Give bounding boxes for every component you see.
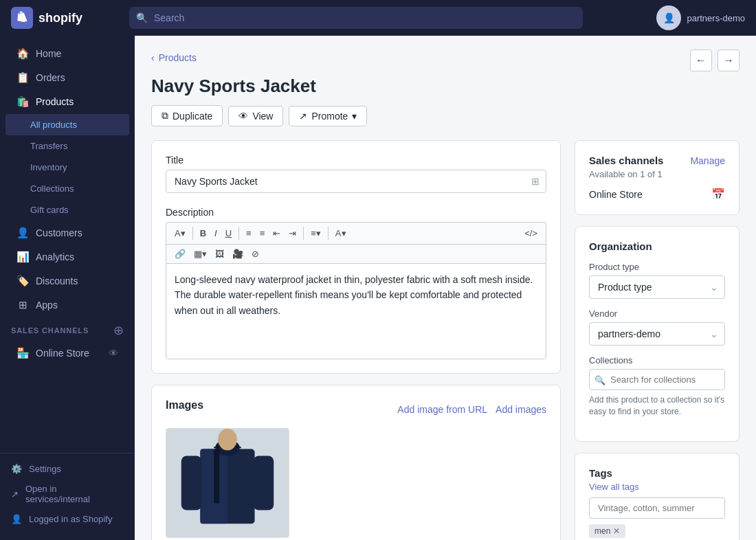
search-bar[interactable]: 🔍 [129, 7, 583, 29]
format-italic-button[interactable]: I [210, 225, 221, 241]
tags-input[interactable] [589, 497, 725, 519]
sidebar-item-home[interactable]: 🏠 Home [5, 42, 129, 65]
collections-hint: Add this product to a collection so it's… [589, 394, 725, 418]
description-toolbar: A▾ B I U ≡ ≡ ⇤ ⇥ ≡▾ A▾ [166, 222, 546, 244]
logo: shopify [11, 7, 121, 29]
prev-button[interactable]: ← [690, 49, 712, 71]
tags-title: Tags [589, 467, 725, 479]
open-internal-icon: ↗ [11, 489, 19, 499]
collections-field: Collections 🔍 Add this product to a coll… [589, 355, 725, 418]
duplicate-button[interactable]: ⧉ Duplicate [151, 105, 223, 126]
next-button[interactable]: → [718, 49, 740, 71]
format-bold-button[interactable]: B [196, 225, 210, 241]
insert-table-button[interactable]: ▦▾ [190, 246, 211, 262]
calendar-icon[interactable]: 📅 [711, 188, 725, 201]
add-image-url-button[interactable]: Add image from URL [397, 404, 487, 415]
nav-arrows: ← → [690, 49, 740, 71]
all-products-label: All products [30, 120, 77, 130]
topbar: shopify 🔍 👤 partners-demo [0, 0, 756, 36]
logged-in-icon: 👤 [11, 514, 22, 524]
format-ul-button[interactable]: ≡ [242, 225, 256, 241]
sidebar-sub-collections[interactable]: Collections [5, 178, 129, 199]
promote-label: Promote [311, 111, 348, 122]
view-all-tags-link[interactable]: View all tags [589, 482, 725, 492]
manage-button[interactable]: Manage [690, 155, 725, 166]
avatar[interactable]: 👤 [656, 5, 681, 30]
tag-chip-men: men ✕ [589, 524, 625, 538]
promote-button[interactable]: ↗ Promote ▾ [289, 106, 367, 126]
sidebar-item-online-store[interactable]: 🏪 Online Store 👁 [5, 341, 129, 365]
organization-card: Organization Product type Product type ⌄… [575, 226, 740, 442]
collections-search-input[interactable] [589, 369, 725, 390]
logged-in-label: Logged in as Shopify [29, 514, 112, 524]
svg-rect-4 [214, 449, 216, 504]
logo-text: shopify [38, 11, 82, 25]
add-images-button[interactable]: Add images [496, 404, 546, 415]
sidebar-item-customers[interactable]: 👤 Customers [5, 221, 129, 245]
format-ol-button[interactable]: ≡ [256, 225, 269, 241]
sales-channels-add-icon[interactable]: ⊕ [113, 323, 124, 338]
images-title: Images [166, 399, 203, 412]
eye-icon[interactable]: 👁 [109, 348, 118, 359]
insert-link-button[interactable]: 🔗 [170, 246, 190, 262]
duplicate-label: Duplicate [173, 111, 212, 122]
breadcrumb[interactable]: ‹ Products [151, 52, 197, 63]
title-description-card: Title ⊞ Description A▾ B I U ≡ [151, 140, 561, 374]
sidebar-settings[interactable]: ⚙️ Settings [0, 459, 135, 479]
search-input[interactable] [129, 7, 583, 29]
description-content[interactable]: Long-sleeved navy waterproof jacket in t… [166, 263, 546, 359]
breadcrumb-label: Products [159, 52, 197, 63]
sidebar-open-internal[interactable]: ↗ Open in services/internal [0, 479, 135, 509]
format-source-button[interactable]: </> [520, 225, 542, 241]
sidebar-item-analytics[interactable]: 📊 Analytics [5, 245, 129, 269]
duplicate-icon: ⧉ [162, 110, 168, 122]
description-label: Description [166, 207, 546, 218]
sidebar-sub-transfers[interactable]: Transfers [5, 135, 129, 157]
page-title: Navy Sports Jacket [151, 76, 740, 97]
view-button[interactable]: 👁 View [228, 106, 283, 126]
insert-special-button[interactable]: ⊘ [247, 246, 263, 262]
insert-video-button[interactable]: 🎥 [228, 246, 247, 262]
sidebar-sub-inventory[interactable]: Inventory [5, 157, 129, 178]
sidebar-item-discounts[interactable]: 🏷️ Discounts [5, 269, 129, 293]
vendor-select[interactable]: partners-demo [589, 322, 725, 346]
sidebar: 🏠 Home 📋 Orders 🛍️ Products All products… [0, 36, 135, 540]
product-image-thumb[interactable] [166, 428, 289, 538]
format-paragraph-button[interactable]: A▾ [170, 225, 190, 241]
apps-icon: ⊞ [16, 299, 29, 311]
title-input-icon: ⊞ [531, 176, 540, 187]
format-outdent-button[interactable]: ⇤ [269, 225, 285, 241]
sales-channels-title: Sales channels [589, 155, 663, 166]
sales-channels-header: Sales channels Manage [589, 155, 725, 166]
collections-search-icon: 🔍 [594, 374, 605, 385]
format-color-button[interactable]: A▾ [331, 225, 351, 241]
format-indent-button[interactable]: ⇥ [285, 225, 300, 241]
sidebar-item-apps[interactable]: ⊞ Apps [5, 293, 129, 317]
promote-icon: ↗ [299, 111, 307, 122]
product-type-select[interactable]: Product type [589, 275, 725, 299]
sidebar-item-products[interactable]: 🛍️ Products [5, 90, 129, 113]
sidebar-item-orders[interactable]: 📋 Orders [5, 66, 129, 89]
sidebar-sub-all-products[interactable]: All products [5, 114, 129, 135]
tag-remove-button[interactable]: ✕ [613, 526, 620, 536]
svg-point-8 [218, 429, 237, 451]
product-type-select-wrapper: Product type ⌄ [589, 275, 725, 299]
description-toolbar-2: 🔗 ▦▾ 🖼 🎥 ⊘ [166, 244, 546, 263]
collections-label: Collections [589, 355, 725, 365]
format-align-button[interactable]: ≡▾ [307, 225, 325, 241]
inventory-label: Inventory [30, 162, 67, 172]
format-underline-button[interactable]: U [221, 225, 236, 241]
breadcrumb-arrow: ‹ [151, 52, 155, 63]
collections-search-wrapper: 🔍 [589, 369, 725, 390]
action-bar: ⧉ Duplicate 👁 View ↗ Promote ▾ [151, 105, 740, 126]
sidebar-item-label: Apps [36, 300, 58, 311]
sales-channels-label: SALES CHANNELS [11, 326, 89, 335]
title-input[interactable] [166, 170, 546, 193]
svg-rect-7 [254, 455, 274, 510]
sidebar-item-label: Analytics [36, 251, 74, 262]
insert-image-button[interactable]: 🖼 [211, 246, 228, 262]
main-content: ‹ Products ← → Navy Sports Jacket ⧉ Dupl… [135, 36, 756, 540]
sidebar-sub-gift-cards[interactable]: Gift cards [5, 199, 129, 221]
images-card: Images Add image from URL Add images [151, 385, 561, 540]
main-column: Title ⊞ Description A▾ B I U ≡ [151, 140, 561, 540]
